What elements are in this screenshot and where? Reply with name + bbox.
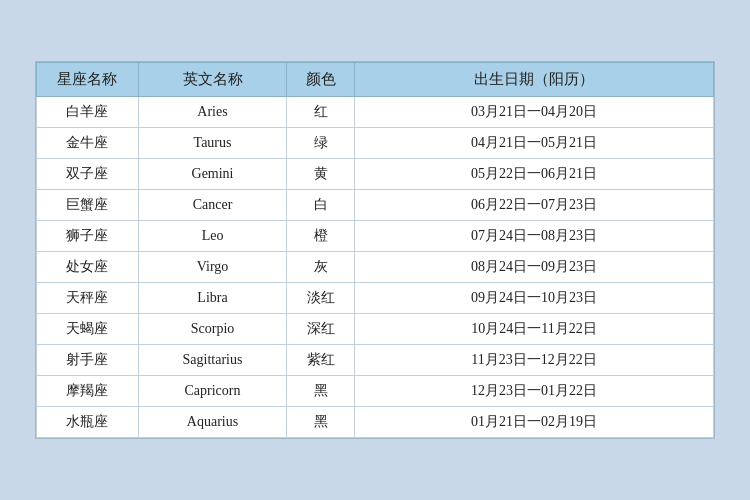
cell-chinese: 狮子座 [37,221,139,252]
cell-english: Aries [138,97,287,128]
cell-date: 06月22日一07月23日 [355,190,714,221]
cell-chinese: 水瓶座 [37,407,139,438]
cell-date: 01月21日一02月19日 [355,407,714,438]
cell-color: 绿 [287,128,355,159]
header-chinese: 星座名称 [37,63,139,97]
cell-color: 橙 [287,221,355,252]
cell-english: Virgo [138,252,287,283]
cell-english: Aquarius [138,407,287,438]
cell-chinese: 天秤座 [37,283,139,314]
cell-chinese: 金牛座 [37,128,139,159]
cell-english: Scorpio [138,314,287,345]
table-row: 处女座Virgo灰08月24日一09月23日 [37,252,714,283]
header-date: 出生日期（阳历） [355,63,714,97]
table-row: 水瓶座Aquarius黑01月21日一02月19日 [37,407,714,438]
cell-english: Taurus [138,128,287,159]
cell-color: 紫红 [287,345,355,376]
cell-english: Capricorn [138,376,287,407]
cell-chinese: 摩羯座 [37,376,139,407]
cell-date: 12月23日一01月22日 [355,376,714,407]
cell-date: 11月23日一12月22日 [355,345,714,376]
cell-color: 灰 [287,252,355,283]
table-row: 双子座Gemini黄05月22日一06月21日 [37,159,714,190]
cell-color: 黄 [287,159,355,190]
cell-chinese: 巨蟹座 [37,190,139,221]
table-row: 金牛座Taurus绿04月21日一05月21日 [37,128,714,159]
table-row: 射手座Sagittarius紫红11月23日一12月22日 [37,345,714,376]
cell-color: 红 [287,97,355,128]
cell-date: 08月24日一09月23日 [355,252,714,283]
zodiac-table: 星座名称 英文名称 颜色 出生日期（阳历） 白羊座Aries红03月21日一04… [36,62,714,438]
table-row: 天秤座Libra淡红09月24日一10月23日 [37,283,714,314]
cell-color: 淡红 [287,283,355,314]
cell-color: 白 [287,190,355,221]
cell-date: 09月24日一10月23日 [355,283,714,314]
header-color: 颜色 [287,63,355,97]
table-row: 狮子座Leo橙07月24日一08月23日 [37,221,714,252]
cell-date: 04月21日一05月21日 [355,128,714,159]
table-header-row: 星座名称 英文名称 颜色 出生日期（阳历） [37,63,714,97]
cell-english: Sagittarius [138,345,287,376]
cell-chinese: 处女座 [37,252,139,283]
cell-date: 05月22日一06月21日 [355,159,714,190]
cell-date: 03月21日一04月20日 [355,97,714,128]
cell-chinese: 射手座 [37,345,139,376]
table-row: 白羊座Aries红03月21日一04月20日 [37,97,714,128]
cell-chinese: 双子座 [37,159,139,190]
table-body: 白羊座Aries红03月21日一04月20日金牛座Taurus绿04月21日一0… [37,97,714,438]
cell-english: Libra [138,283,287,314]
table-row: 天蝎座Scorpio深红10月24日一11月22日 [37,314,714,345]
cell-english: Cancer [138,190,287,221]
cell-chinese: 天蝎座 [37,314,139,345]
zodiac-table-container: 星座名称 英文名称 颜色 出生日期（阳历） 白羊座Aries红03月21日一04… [35,61,715,439]
cell-date: 10月24日一11月22日 [355,314,714,345]
header-english: 英文名称 [138,63,287,97]
cell-color: 深红 [287,314,355,345]
cell-color: 黑 [287,376,355,407]
table-row: 摩羯座Capricorn黑12月23日一01月22日 [37,376,714,407]
cell-chinese: 白羊座 [37,97,139,128]
cell-date: 07月24日一08月23日 [355,221,714,252]
cell-english: Gemini [138,159,287,190]
cell-english: Leo [138,221,287,252]
cell-color: 黑 [287,407,355,438]
table-row: 巨蟹座Cancer白06月22日一07月23日 [37,190,714,221]
